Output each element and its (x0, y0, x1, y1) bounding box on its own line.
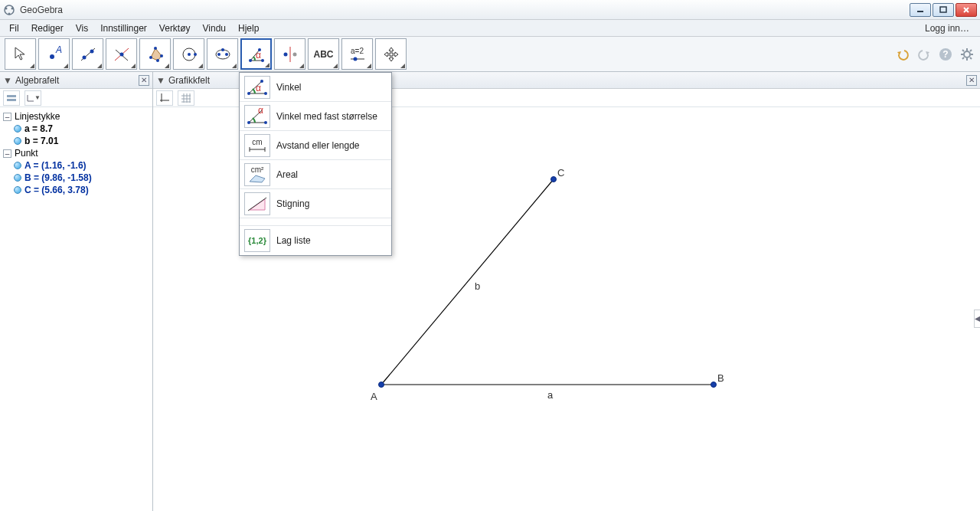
visibility-dot-icon[interactable] (14, 137, 21, 145)
visibility-dot-icon[interactable] (14, 162, 21, 169)
tree-item[interactable]: A = (1.16, -1.6) (0, 159, 152, 172)
dropdown-label: Vinkel (276, 82, 301, 93)
tree-item[interactable]: b = 7.01 (0, 135, 152, 147)
algebra-view-mode-1[interactable] (3, 90, 20, 106)
svg-point-15 (119, 52, 123, 56)
dropdown-item-avstand[interactable]: cm Avstand eller lengde (240, 131, 391, 160)
point-tool[interactable]: A (38, 38, 70, 70)
menu-fil[interactable]: Fil (3, 20, 25, 36)
point-b[interactable] (710, 382, 717, 388)
angle-tool[interactable]: α (240, 38, 272, 70)
axes-toggle[interactable] (156, 90, 173, 106)
visibility-dot-icon[interactable] (14, 125, 21, 133)
list-icon: {1,2} (244, 229, 270, 252)
circle-tool[interactable] (173, 38, 204, 70)
tree-item[interactable]: C = (5.66, 3.78) (0, 184, 152, 196)
svg-point-1 (5, 7, 8, 9)
svg-line-74 (381, 179, 554, 385)
dropdown-item-areal[interactable]: cm² Areal (240, 160, 391, 189)
segment-label-a: a (547, 389, 553, 401)
visibility-dot-icon[interactable] (14, 174, 21, 182)
algebra-panel-header[interactable]: ▼ Algebrafelt ✕ (0, 72, 152, 89)
menu-vindu[interactable]: Vindu (197, 20, 232, 36)
svg-rect-62 (7, 99, 16, 101)
dropdown-item-stigning[interactable]: Stigning (240, 189, 391, 218)
menu-vis[interactable]: Vis (70, 20, 94, 36)
tree-group-label: Linjestykke (15, 111, 60, 122)
graphics-panel-close[interactable]: ✕ (966, 75, 977, 86)
point-a[interactable] (378, 382, 384, 388)
svg-point-33 (283, 52, 287, 56)
settings-icon[interactable] (959, 46, 975, 63)
grid-toggle[interactable] (178, 90, 194, 106)
polygon-tool[interactable] (139, 38, 171, 70)
menu-rediger[interactable]: Rediger (25, 20, 70, 36)
tree-item-label: B = (9.86, -1.58) (24, 172, 92, 183)
menu-hjelp[interactable]: Hjelp (232, 20, 265, 36)
collapse-icon[interactable]: – (3, 149, 11, 158)
maximize-button[interactable] (933, 3, 954, 17)
menu-verktoy[interactable]: Verktøy (153, 20, 197, 36)
close-button[interactable] (956, 3, 977, 17)
graphics-panel-title: Grafikkfelt (168, 75, 210, 86)
svg-point-36 (353, 57, 357, 61)
menubar: Fil Rediger Vis Innstillinger Verktøy Vi… (0, 20, 980, 37)
dropdown-label: Areal (276, 169, 298, 180)
svg-point-27 (221, 48, 224, 51)
reflect-tool[interactable] (274, 38, 305, 70)
slider-tool[interactable]: a=2 (341, 38, 373, 70)
text-tool-label: ABC (314, 49, 334, 60)
svg-marker-58 (250, 175, 265, 182)
help-icon[interactable]: ? (937, 46, 954, 63)
tree-group-label: Punkt (15, 148, 38, 159)
menu-innstillinger[interactable]: Innstillinger (94, 20, 153, 36)
svg-point-11 (82, 55, 86, 59)
algebra-tree: – Linjestykke a = 8.7 b = 7.01 – Punkt A… (0, 107, 152, 199)
area-icon: cm² (244, 163, 270, 186)
side-panel-handle[interactable]: ◀ (974, 310, 980, 328)
visibility-dot-icon[interactable] (14, 186, 21, 194)
line-tool[interactable] (72, 38, 103, 70)
svg-line-44 (962, 50, 964, 51)
collapse-icon[interactable]: – (3, 113, 11, 121)
svg-point-8 (50, 54, 54, 59)
distance-icon: cm (244, 134, 270, 157)
point-label-a: A (371, 391, 377, 402)
svg-point-34 (292, 52, 296, 56)
svg-line-47 (962, 57, 964, 59)
algebra-view-mode-2[interactable]: ▼ (24, 90, 41, 106)
move-tool[interactable] (5, 38, 36, 70)
svg-point-23 (194, 53, 197, 56)
tree-item[interactable]: a = 8.7 (0, 123, 152, 135)
svg-point-52 (247, 121, 250, 124)
tree-item[interactable]: B = (9.86, -1.58) (0, 172, 152, 184)
tree-group[interactable]: – Punkt (0, 147, 152, 159)
point-label-b: B (717, 372, 724, 384)
undo-button[interactable] (894, 46, 911, 63)
tree-item-label: A = (1.16, -1.6) (24, 160, 87, 171)
text-tool[interactable]: ABC (308, 38, 339, 70)
svg-point-18 (160, 54, 163, 57)
point-c[interactable] (550, 176, 557, 182)
algebra-panel-close[interactable]: ✕ (139, 75, 149, 86)
move-view-tool[interactable] (375, 38, 407, 70)
dropdown-separator (240, 218, 391, 226)
minimize-button[interactable] (910, 3, 931, 17)
svg-point-17 (154, 47, 157, 50)
svg-line-46 (970, 50, 972, 51)
svg-point-29 (261, 59, 264, 62)
tree-group[interactable]: – Linjestykke (0, 110, 152, 123)
svg-text:α: α (256, 50, 261, 61)
dropdown-item-lag-liste[interactable]: {1,2} Lag liste (240, 226, 391, 255)
redo-button[interactable] (916, 46, 933, 63)
dropdown-item-vinkel[interactable]: α Vinkel (240, 73, 391, 102)
svg-point-20 (149, 56, 152, 59)
login-link[interactable]: Logg inn… (917, 20, 977, 36)
svg-text:α: α (256, 83, 261, 93)
svg-point-22 (188, 53, 191, 56)
dropdown-item-vinkel-fast[interactable]: α Vinkel med fast størrelse (240, 102, 391, 131)
ellipse-tool[interactable] (207, 38, 238, 70)
tree-item-label: a = 8.7 (24, 123, 53, 134)
point-label-c: C (557, 167, 564, 179)
perpendicular-tool[interactable] (106, 38, 137, 70)
